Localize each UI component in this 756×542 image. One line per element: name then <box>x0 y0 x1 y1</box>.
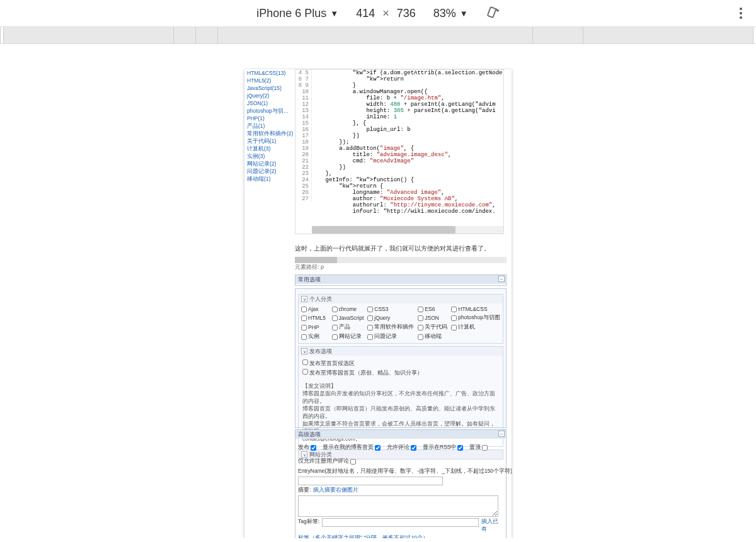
viewport-width[interactable]: 414 <box>356 7 375 20</box>
category-checkbox[interactable]: photoshop与切图 <box>451 314 500 322</box>
sidebar-item[interactable]: photoshop与切图(2) <box>247 107 294 115</box>
rotate-icon[interactable] <box>486 6 500 20</box>
panel-common-options: 常用选项 – <box>295 274 507 286</box>
chevron-down-icon: ▼ <box>330 9 338 18</box>
sidebar-item[interactable]: JSON(1) <box>247 99 294 107</box>
entryname-label: EntryName(发好地址名，只能使用字母、数字、-连字符、_下划线，不超过1… <box>298 468 512 475</box>
device-select[interactable]: iPhone 6 Plus ▼ <box>256 7 338 20</box>
subpanel-title: 个人分类 <box>309 296 332 302</box>
times-icon: × <box>382 7 389 20</box>
category-checkbox[interactable]: jQuery <box>367 314 414 322</box>
publish-checkbox[interactable]: 发布 <box>298 444 316 451</box>
tag-input[interactable] <box>322 518 479 527</box>
svg-rect-0 <box>488 7 496 18</box>
sidebar-item[interactable]: HTML5(2) <box>247 77 294 84</box>
category-checkbox[interactable]: 问题记录 <box>367 333 414 341</box>
category-checkbox[interactable]: PHP <box>301 324 328 331</box>
category-checkbox[interactable]: ES6 <box>418 306 447 312</box>
category-checkbox[interactable]: chrome <box>332 306 364 312</box>
sidebar-item[interactable]: 关于代码(1) <box>247 137 294 145</box>
sidebar-item[interactable]: 常用软件和插件(2) <box>247 130 294 137</box>
article-text: 这时，上面的一行代码就展开了，我们就可以方便的对其进行查看了。 <box>295 244 490 253</box>
zoom-value: 83% <box>433 7 456 20</box>
sidebar-item[interactable]: 网站记录(2) <box>247 160 294 167</box>
sidebar-item[interactable]: jQuery(2) <box>247 92 294 99</box>
more-menu-icon[interactable] <box>740 8 742 19</box>
chevron-down-icon: ▼ <box>460 9 468 18</box>
entryname-input[interactable] <box>298 477 443 485</box>
category-checkbox[interactable]: 产品 <box>332 324 364 331</box>
publish-candidate-checkbox[interactable]: 发布至首页候选区 <box>302 359 499 368</box>
sidebar-item[interactable]: JavaScript(15) <box>247 84 294 92</box>
code-gutter: 4 5 6 7 8 9 10 11 12 13 14 15 16 17 18 1… <box>295 70 312 202</box>
sidebar-item[interactable]: 产品(1) <box>247 122 294 130</box>
toggle-icon[interactable]: ∨ <box>301 296 307 302</box>
category-checkbox[interactable]: JSON <box>418 314 447 322</box>
sidebar-item[interactable]: 问题记录(2) <box>247 167 294 175</box>
category-checkbox[interactable]: 常用软件和插件 <box>367 324 414 331</box>
category-checkbox[interactable]: 关于代码 <box>418 324 447 331</box>
device-viewport: HTML&CSS(13) HTML5(2) JavaScript(15) jQu… <box>244 69 512 538</box>
category-checkbox[interactable]: 网站记录 <box>332 333 364 341</box>
insert-summary-image-link[interactable]: 插入摘要右侧图片 <box>313 487 358 494</box>
panel-advanced-options: 高级选项 – 发布 显示在我的博客首页 允许评论 显示在RSS中 置顶 仅允许注… <box>295 429 507 538</box>
code-content[interactable]: "kw">if (a.dom.getAttrib(a.selection.get… <box>312 70 503 221</box>
panel-title: 高级选项 <box>298 431 321 438</box>
category-checkbox[interactable]: CSS3 <box>367 306 414 312</box>
summary-label: 摘要: <box>298 487 311 494</box>
category-checkbox[interactable]: 实例 <box>301 333 328 341</box>
sidebar-category-list: HTML&CSS(13) HTML5(2) JavaScript(15) jQu… <box>247 69 294 183</box>
insert-existing-tag-link[interactable]: 插入已有 <box>481 518 503 533</box>
panel-title: 常用选项 <box>298 276 321 283</box>
show-rss-checkbox[interactable]: 显示在RSS中 <box>423 444 463 451</box>
tag-label: Tag标签: <box>298 518 319 526</box>
code-block: 4 5 6 7 8 9 10 11 12 13 14 15 16 17 18 1… <box>295 69 504 234</box>
allow-comment-checkbox[interactable]: 允许评论 <box>387 444 416 451</box>
sidebar-item[interactable]: 移动端(1) <box>247 175 294 183</box>
code-h-scrollbar[interactable] <box>312 226 503 234</box>
editor-h-scrollbar[interactable] <box>295 257 507 263</box>
sidebar-item[interactable]: 计算机(3) <box>247 145 294 152</box>
category-checkbox[interactable]: HTML5 <box>301 314 328 322</box>
subpanel-title: 发布选项 <box>309 348 332 354</box>
sidebar-item[interactable]: PHP(1) <box>247 115 294 122</box>
zoom-select[interactable]: 83% ▼ <box>433 7 468 20</box>
show-home-checkbox[interactable]: 显示在我的博客首页 <box>323 444 381 451</box>
toggle-icon[interactable]: ∨ <box>301 348 307 354</box>
category-checkbox[interactable]: 计算机 <box>451 324 500 331</box>
sidebar-item[interactable]: 实例(3) <box>247 152 294 160</box>
category-checkbox[interactable]: 移动端 <box>418 333 447 341</box>
device-name: iPhone 6 Plus <box>256 7 326 20</box>
tag-note: 标签（多个关键字之间用","分隔，最多不超过10个） <box>298 534 428 538</box>
category-checkbox[interactable]: HTML&CSS <box>451 306 500 312</box>
only-registered-checkbox[interactable]: 仅允许注册用户评论 <box>298 458 356 465</box>
sticky-checkbox[interactable]: 置顶 <box>469 444 488 451</box>
subpanel-personal-categories: ∨个人分类 AjaxchromeCSS3ES6HTML&CSSHTML5Java… <box>298 294 503 344</box>
category-checkbox[interactable]: Ajax <box>301 306 328 312</box>
collapse-icon[interactable]: – <box>498 276 505 282</box>
summary-textarea[interactable] <box>298 495 498 517</box>
devtools-toolbar: iPhone 6 Plus ▼ 414 × 736 83% ▼ <box>0 0 756 26</box>
sidebar-item[interactable]: HTML&CSS(13) <box>247 69 294 77</box>
publish-homepage-checkbox[interactable]: 发布至博客园首页（原创、精品、知识分享） <box>302 369 499 377</box>
editor-status-path: 元素路径: p <box>295 263 324 271</box>
breakpoint-ruler[interactable] <box>0 26 756 44</box>
category-checkbox[interactable]: JavaScript <box>332 314 364 322</box>
panel-common-body: ∨个人分类 AjaxchromeCSS3ES6HTML&CSSHTML5Java… <box>295 288 507 428</box>
collapse-icon[interactable]: – <box>498 431 505 437</box>
viewport-height[interactable]: 736 <box>397 7 416 20</box>
